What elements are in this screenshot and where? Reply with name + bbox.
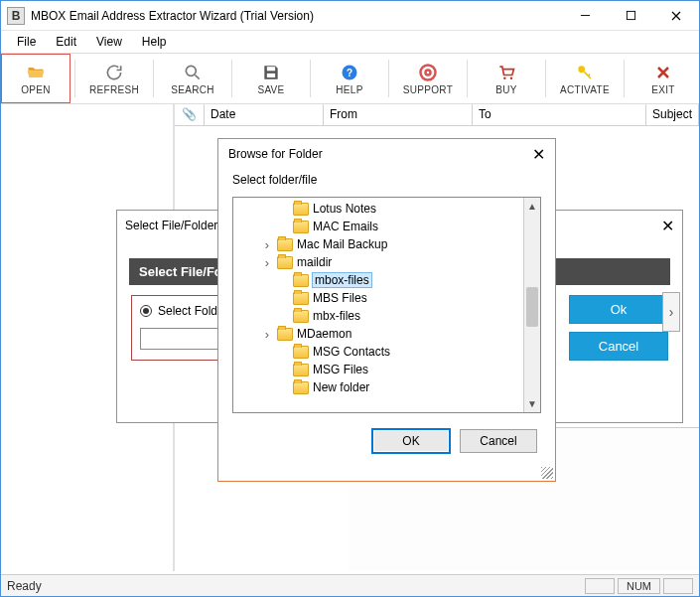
folder-icon (293, 364, 309, 376)
status-box-1 (585, 578, 615, 594)
browse-dialog-close-button[interactable]: ✕ (532, 145, 545, 164)
support-button[interactable]: SUPPORT (393, 54, 463, 103)
select-dialog-ok-button[interactable]: Ok (569, 295, 668, 324)
select-dialog-cancel-button[interactable]: Cancel (569, 332, 668, 361)
app-icon: B (7, 7, 25, 25)
tree-scrollbar[interactable]: ▲ ▼ (523, 198, 540, 412)
tree-item[interactable]: mbx-files (233, 307, 523, 325)
svg-point-10 (578, 66, 585, 73)
buy-label: BUY (495, 84, 516, 95)
subject-column[interactable]: Subject (646, 104, 699, 125)
chevron-right-icon (261, 237, 273, 252)
exit-button[interactable]: EXIT (629, 54, 698, 103)
minimize-button[interactable] (562, 1, 608, 31)
svg-rect-0 (627, 11, 634, 19)
svg-point-7 (426, 70, 431, 75)
tree-item[interactable]: MDaemon (233, 325, 523, 343)
tree-item-label: MDaemon (297, 327, 351, 341)
folder-icon (293, 381, 309, 394)
activate-button[interactable]: ACTIVATE (550, 54, 620, 103)
tree-item[interactable]: Lotus Notes (233, 200, 523, 218)
folder-icon (277, 328, 293, 341)
maximize-button[interactable] (608, 1, 653, 31)
search-button[interactable]: SEARCH (158, 54, 227, 103)
tree-item[interactable]: Mac Mail Backup (233, 235, 523, 253)
statusbar: Ready NUM (1, 574, 699, 596)
folder-open-icon (26, 63, 46, 82)
status-num: NUM (618, 578, 660, 594)
browse-dialog-subtitle: Select folder/file (218, 169, 555, 195)
svg-rect-3 (267, 73, 275, 76)
window-title: MBOX Email Address Extractor Wizard (Tri… (31, 9, 562, 23)
expand-right-button[interactable]: › (662, 292, 680, 332)
support-icon (418, 63, 438, 82)
toolbar: OPEN REFRESH SEARCH SAVE ? HELP SUPPORT … (1, 53, 699, 104)
browse-cancel-button[interactable]: Cancel (460, 429, 537, 453)
open-button[interactable]: OPEN (1, 54, 70, 103)
status-box-3 (663, 578, 693, 594)
tree-item-label: MAC Emails (313, 220, 378, 233)
menubar: File Edit View Help (1, 31, 699, 53)
refresh-button[interactable]: REFRESH (79, 54, 149, 103)
activate-label: ACTIVATE (560, 84, 610, 95)
status-text: Ready (7, 579, 42, 593)
folder-icon (277, 238, 293, 251)
paperclip-icon: 📎 (182, 107, 197, 121)
tree-item[interactable]: New folder (233, 378, 523, 396)
tree-item-label: MBS Files (313, 291, 367, 305)
from-column[interactable]: From (324, 104, 473, 125)
help-button[interactable]: ? HELP (315, 54, 384, 103)
menu-help[interactable]: Help (132, 33, 177, 51)
to-column[interactable]: To (473, 104, 646, 125)
resize-grip[interactable] (541, 467, 553, 479)
help-icon: ? (340, 63, 359, 82)
tree-item-label: mbx-files (313, 309, 360, 323)
scroll-down-button[interactable]: ▼ (524, 395, 540, 412)
folder-icon (293, 346, 309, 359)
tree-item-label: Mac Mail Backup (297, 237, 387, 251)
browse-dialog-title: Browse for Folder (228, 147, 323, 161)
titlebar: B MBOX Email Address Extractor Wizard (T… (1, 1, 699, 31)
attachment-column[interactable]: 📎 (175, 104, 205, 125)
folder-icon (293, 274, 309, 287)
menu-view[interactable]: View (86, 33, 132, 51)
date-column[interactable]: Date (205, 104, 324, 125)
tree-item-label: MSG Files (313, 363, 368, 376)
tree-item[interactable]: MSG Contacts (233, 343, 523, 361)
close-button[interactable] (653, 1, 699, 31)
open-label: OPEN (21, 84, 51, 95)
tree-item[interactable]: MBS Files (233, 289, 523, 307)
svg-point-8 (503, 76, 506, 79)
browse-folder-dialog: Browse for Folder ✕ Select folder/file L… (217, 138, 556, 482)
tree-item[interactable]: maildir (233, 253, 523, 271)
refresh-label: REFRESH (89, 84, 139, 95)
cart-icon (496, 63, 516, 82)
scroll-thumb[interactable] (526, 287, 538, 327)
radio-dot-icon (140, 305, 152, 317)
svg-text:?: ? (347, 68, 352, 78)
scroll-up-button[interactable]: ▲ (524, 198, 540, 215)
help-label: HELP (336, 84, 362, 95)
tree-item[interactable]: MAC Emails (233, 218, 523, 235)
svg-rect-2 (267, 67, 275, 71)
folder-icon (277, 256, 293, 269)
tree-item[interactable]: MSG Files (233, 361, 523, 378)
browse-ok-button[interactable]: OK (372, 429, 450, 453)
folder-icon (293, 221, 309, 233)
menu-file[interactable]: File (7, 33, 46, 51)
search-label: SEARCH (171, 84, 213, 95)
save-button[interactable]: SAVE (236, 54, 306, 103)
select-dialog-close-button[interactable]: ✕ (661, 217, 674, 235)
chevron-right-icon (261, 327, 273, 342)
menu-edit[interactable]: Edit (46, 33, 86, 51)
tree-item[interactable]: mbox-files (233, 271, 523, 289)
buy-button[interactable]: BUY (472, 54, 541, 103)
save-label: SAVE (257, 84, 284, 95)
tree-item-label: maildir (297, 255, 332, 269)
folder-icon (293, 203, 309, 216)
exit-icon (653, 63, 673, 82)
key-icon (575, 63, 595, 82)
save-icon (261, 63, 281, 82)
support-label: SUPPORT (403, 84, 453, 95)
folder-icon (293, 292, 309, 305)
